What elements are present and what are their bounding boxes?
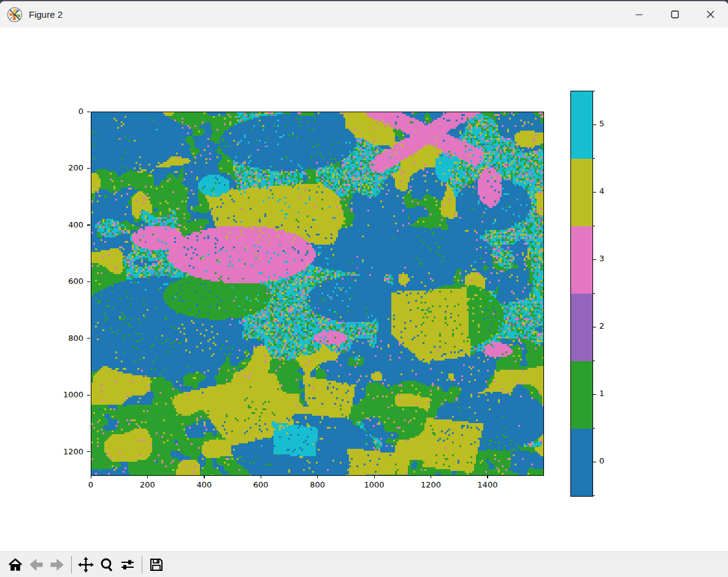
tick-label: 1200 — [56, 447, 83, 456]
tick-mark — [91, 475, 91, 478]
toolbar-separator — [71, 556, 72, 573]
matplotlib-logo-icon — [7, 7, 23, 23]
colorbar-segment-4 — [571, 159, 592, 226]
tick-mark — [317, 475, 318, 478]
colorbar-tick-label: 2 — [599, 321, 604, 331]
colorbar-tick-label: 1 — [599, 389, 604, 398]
figure-window: Figure 2 0200400600800100012001400020040… — [0, 0, 728, 577]
zoom-rect-button[interactable] — [97, 555, 117, 575]
tick-mark — [261, 475, 261, 478]
tick-label: 200 — [56, 163, 83, 172]
tick-label: 0 — [56, 107, 83, 116]
back-button[interactable] — [26, 555, 46, 575]
colorbar — [570, 91, 593, 497]
colorbar-tick-label: 3 — [599, 254, 604, 263]
home-icon — [8, 557, 23, 572]
colorbar-tick — [592, 327, 596, 327]
tick-label: 800 — [56, 334, 83, 343]
colorbar-segment-3 — [571, 226, 592, 294]
tick-label: 600 — [247, 480, 274, 489]
tick-label: 800 — [304, 480, 331, 489]
tick-mark — [87, 112, 90, 112]
tick-label: 400 — [191, 480, 218, 489]
colorbar-segment-5 — [571, 91, 592, 159]
titlebar: Figure 2 — [0, 1, 728, 28]
colorbar-boundary-tick — [592, 361, 595, 361]
configure-subplots-button[interactable] — [118, 555, 137, 575]
tick-label: 1200 — [417, 480, 444, 489]
colorbar-segment-0 — [571, 429, 592, 496]
tick-label: 1000 — [361, 480, 388, 489]
colorbar-tick — [592, 124, 596, 125]
tick-label: 0 — [77, 480, 104, 489]
tick-mark — [87, 224, 90, 225]
tick-mark — [204, 475, 204, 478]
forward-button[interactable] — [47, 555, 67, 575]
colorbar-boundary-tick — [592, 495, 595, 496]
colorbar-tick-label: 0 — [599, 456, 604, 465]
colorbar-tick — [592, 192, 596, 193]
tick-mark — [431, 475, 431, 478]
classification-map-axes — [91, 112, 544, 476]
tick-mark — [487, 475, 488, 478]
colorbar-tick-label: 5 — [599, 119, 604, 128]
tick-mark — [87, 281, 90, 282]
close-button[interactable] — [692, 1, 728, 28]
matplotlib-toolbar — [0, 551, 728, 577]
tick-mark — [87, 451, 90, 452]
classification-map-image[interactable] — [91, 112, 543, 475]
colorbar-tick — [592, 394, 596, 395]
figure-canvas-background: 0200400600800100012001400020040060080010… — [0, 28, 728, 552]
colorbar-boundary-tick — [592, 158, 595, 159]
tick-mark — [87, 338, 90, 338]
toolbar-separator — [142, 556, 142, 573]
colorbar-tick — [592, 462, 596, 462]
sliders-icon — [120, 557, 135, 572]
colorbar-boundary-tick — [592, 293, 595, 294]
colorbar-tick — [592, 259, 596, 260]
forward-arrow-icon — [50, 557, 64, 572]
colorbar-segment-2 — [571, 294, 592, 361]
maximize-button[interactable] — [657, 1, 692, 28]
magnifier-icon — [99, 557, 114, 572]
tick-mark — [87, 168, 90, 169]
colorbar-segment-1 — [571, 361, 592, 429]
pan-button[interactable] — [76, 555, 96, 575]
home-button[interactable] — [6, 555, 25, 575]
window-controls — [621, 1, 728, 28]
colorbar-boundary-tick — [592, 428, 595, 429]
minimize-button[interactable] — [621, 1, 657, 28]
tick-mark — [87, 395, 90, 395]
tick-label: 200 — [134, 480, 161, 489]
save-floppy-icon — [149, 557, 164, 572]
tick-mark — [147, 475, 148, 478]
tick-label: 1400 — [474, 480, 501, 489]
tick-label: 400 — [56, 220, 83, 229]
back-arrow-icon — [29, 557, 44, 572]
colorbar-tick-label: 4 — [599, 186, 604, 196]
save-button[interactable] — [147, 555, 166, 575]
pan-icon — [78, 557, 94, 573]
colorbar-boundary-tick — [592, 226, 595, 226]
window-title: Figure 2 — [29, 9, 63, 20]
colorbar-boundary-tick — [592, 91, 595, 91]
tick-label: 600 — [56, 277, 83, 286]
tick-label: 1000 — [56, 390, 83, 399]
tick-mark — [374, 475, 375, 478]
